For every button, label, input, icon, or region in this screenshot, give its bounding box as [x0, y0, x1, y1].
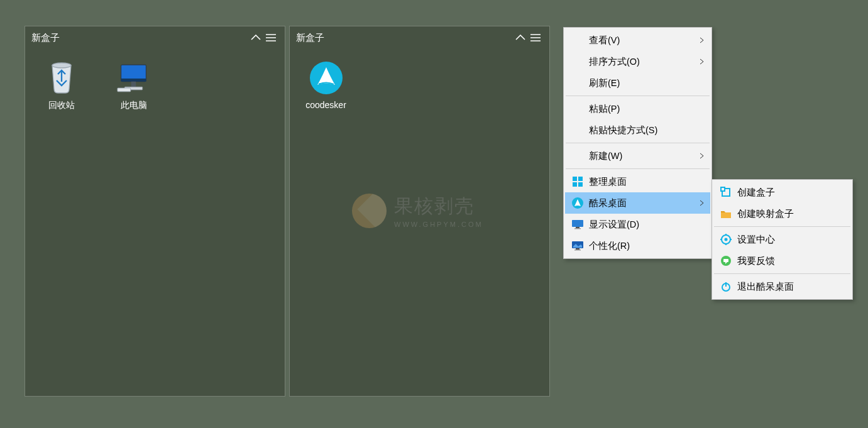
menu-refresh[interactable]: 刷新(E)	[565, 72, 710, 94]
menu-tidy-desktop[interactable]: 整理桌面	[565, 171, 710, 192]
blank-icon	[570, 54, 585, 69]
svg-point-0	[52, 63, 71, 68]
svg-rect-19	[721, 187, 725, 191]
submenu-create-map-box[interactable]: 创建映射盒子	[713, 203, 851, 224]
personalize-icon	[570, 238, 585, 253]
menu-icon[interactable]	[263, 30, 278, 45]
submenu-feedback[interactable]: 我要反馈	[713, 250, 851, 272]
box-content: coodesker	[290, 49, 549, 121]
svg-rect-8	[578, 177, 583, 181]
box-content: 回收站 此电脑	[25, 49, 285, 123]
chevron-right-icon	[698, 200, 704, 206]
coodesker-image	[309, 60, 343, 95]
context-menu[interactable]: 查看(V) 排序方式(O) 刷新(E) 粘贴(P) 粘贴快捷方式(S) 新建(W…	[563, 27, 712, 259]
this-pc-image	[116, 60, 151, 95]
svg-rect-5	[118, 88, 131, 92]
icon-label: coodesker	[305, 100, 346, 110]
menu-display-settings[interactable]: 显示设置(D)	[565, 214, 710, 235]
menu-paste[interactable]: 粘贴(P)	[565, 98, 710, 119]
coodesker-icon[interactable]: coodesker	[290, 55, 362, 115]
blank-icon	[570, 75, 585, 91]
box-header: 新盒子	[25, 26, 285, 49]
tiles-icon	[570, 174, 585, 189]
icon-label: 此电脑	[121, 100, 147, 111]
recycle-bin-icon[interactable]: 回收站	[25, 55, 97, 116]
svg-rect-16	[576, 248, 580, 250]
power-icon	[718, 279, 733, 294]
context-submenu[interactable]: 创建盒子 创建映射盒子 设置中心 我要反馈 退出酷呆桌面	[711, 179, 853, 300]
feedback-icon	[718, 253, 733, 268]
menu-view[interactable]: 查看(V)	[565, 30, 710, 51]
recycle-bin-image	[44, 60, 79, 95]
blank-icon	[570, 33, 585, 48]
separator	[714, 226, 850, 227]
svg-rect-2	[121, 78, 146, 81]
box-header: 新盒子	[290, 26, 549, 49]
svg-rect-9	[573, 182, 577, 187]
svg-rect-13	[576, 227, 580, 228]
separator	[714, 273, 850, 274]
separator	[566, 168, 710, 169]
menu-paste-shortcut[interactable]: 粘贴快捷方式(S)	[565, 119, 710, 141]
display-icon	[570, 217, 585, 232]
svg-rect-10	[578, 182, 583, 187]
submenu-create-box[interactable]: 创建盒子	[713, 182, 851, 203]
submenu-settings[interactable]: 设置中心	[713, 229, 851, 250]
folder-icon	[718, 206, 733, 221]
svg-rect-12	[572, 220, 583, 227]
menu-coodesker[interactable]: 酷呆桌面	[565, 192, 710, 214]
menu-new[interactable]: 新建(W)	[565, 145, 710, 167]
desktop-box-1[interactable]: 新盒子 回收站	[25, 26, 285, 397]
this-pc-icon[interactable]: 此电脑	[97, 55, 170, 116]
svg-rect-17	[574, 250, 581, 251]
svg-rect-27	[723, 259, 728, 262]
collapse-icon[interactable]	[248, 30, 263, 45]
svg-rect-14	[574, 228, 581, 229]
box-title: 新盒子	[296, 32, 513, 44]
svg-rect-7	[573, 177, 577, 181]
separator	[566, 143, 710, 143]
icon-label: 回收站	[48, 100, 75, 111]
menu-personalize[interactable]: 个性化(R)	[565, 235, 710, 256]
collapse-icon[interactable]	[513, 30, 528, 45]
blank-icon	[570, 101, 585, 116]
menu-icon[interactable]	[528, 30, 543, 45]
chevron-right-icon	[698, 153, 704, 159]
menu-sort[interactable]: 排序方式(O)	[565, 51, 710, 72]
blank-icon	[570, 123, 585, 138]
submenu-exit[interactable]: 退出酷呆桌面	[713, 276, 851, 297]
separator	[566, 96, 710, 96]
chevron-right-icon	[698, 58, 704, 65]
svg-point-21	[725, 238, 728, 241]
gear-icon	[718, 232, 733, 247]
coodesker-icon	[570, 195, 585, 211]
desktop-box-2[interactable]: 新盒子 coodesker	[289, 26, 550, 397]
chevron-right-icon	[698, 37, 704, 43]
svg-rect-3	[131, 81, 136, 87]
box-new-icon	[718, 185, 733, 200]
box-title: 新盒子	[31, 32, 248, 44]
blank-icon	[570, 148, 585, 163]
